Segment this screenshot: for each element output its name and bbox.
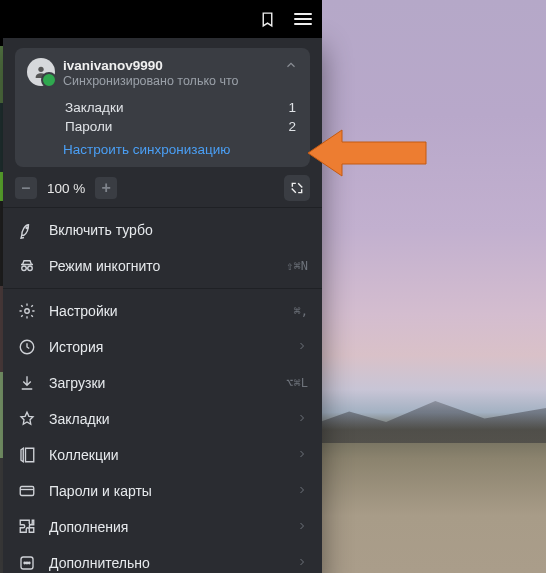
svg-marker-11 [308, 130, 426, 176]
fullscreen-icon [290, 181, 304, 195]
incognito-icon [17, 256, 37, 276]
bookmark-outline-icon[interactable] [258, 10, 276, 28]
gear-icon [17, 301, 37, 321]
download-icon [17, 373, 37, 393]
menu-label: Настройки [49, 303, 282, 319]
menu-label: Пароли и карты [49, 483, 284, 499]
svg-point-3 [28, 266, 33, 271]
sync-row-passwords[interactable]: Пароли 2 [63, 117, 298, 136]
separator [3, 288, 322, 289]
rocket-icon [17, 220, 37, 240]
sync-row-value: 2 [288, 119, 296, 134]
menu-label: Режим инкогнито [49, 258, 274, 274]
shortcut-hint: ⌥⌘L [286, 376, 308, 390]
menu-icon[interactable] [294, 13, 312, 25]
svg-point-10 [29, 562, 31, 564]
menu-label: Закладки [49, 411, 284, 427]
main-menu-panel: ivanivanov9990 Синхронизировано только ч… [3, 38, 322, 573]
chevron-right-icon [296, 484, 308, 499]
menu-downloads[interactable]: Загрузки ⌥⌘L [3, 365, 322, 401]
svg-point-0 [38, 67, 43, 72]
chevron-right-icon [296, 520, 308, 535]
menu-label: Дополнения [49, 519, 284, 535]
menu-history[interactable]: История [3, 329, 322, 365]
chevron-right-icon [296, 448, 308, 463]
annotation-arrow [308, 118, 438, 188]
chevron-right-icon [296, 412, 308, 427]
history-icon [17, 337, 37, 357]
collections-icon [17, 445, 37, 465]
sync-row-label: Закладки [65, 100, 123, 115]
zoom-value: 100 % [43, 181, 89, 196]
menu-settings[interactable]: Настройки ⌘, [3, 293, 322, 329]
card-key-icon [17, 481, 37, 501]
menu-turbo[interactable]: Включить турбо [3, 212, 322, 248]
menu-more[interactable]: Дополнительно [3, 545, 322, 573]
svg-rect-6 [20, 487, 34, 496]
shortcut-hint: ⇧⌘N [286, 259, 308, 273]
svg-point-4 [25, 309, 30, 314]
menu-label: Включить турбо [49, 222, 308, 238]
svg-point-9 [26, 562, 28, 564]
chevron-right-icon [296, 340, 308, 355]
more-icon [17, 553, 37, 573]
avatar[interactable] [27, 58, 55, 86]
menu-bookmarks[interactable]: Закладки [3, 401, 322, 437]
sync-status: Синхронизировано только что [63, 74, 276, 88]
zoom-in-button[interactable]: + [95, 177, 117, 199]
menu-passwords-cards[interactable]: Пароли и карты [3, 473, 322, 509]
chevron-up-icon[interactable] [284, 58, 298, 75]
puzzle-icon [17, 517, 37, 537]
menu-collections[interactable]: Коллекции [3, 437, 322, 473]
fullscreen-button[interactable] [284, 175, 310, 201]
sync-row-value: 1 [288, 100, 296, 115]
zoom-out-button[interactable]: – [15, 177, 37, 199]
configure-sync-link[interactable]: Настроить синхронизацию [63, 142, 230, 157]
window-toolbar [3, 0, 322, 38]
sync-row-label: Пароли [65, 119, 112, 134]
menu-label: Дополнительно [49, 555, 284, 571]
menu-incognito[interactable]: Режим инкогнито ⇧⌘N [3, 248, 322, 284]
svg-point-2 [22, 266, 27, 271]
separator [3, 207, 322, 208]
menu-label: Загрузки [49, 375, 274, 391]
svg-point-8 [24, 562, 26, 564]
zoom-row: – 100 % + [15, 175, 310, 201]
chevron-right-icon [296, 556, 308, 571]
sync-card: ivanivanov9990 Синхронизировано только ч… [15, 48, 310, 167]
shortcut-hint: ⌘, [294, 304, 308, 318]
sync-row-bookmarks[interactable]: Закладки 1 [63, 98, 298, 117]
username: ivanivanov9990 [63, 58, 276, 73]
star-icon [17, 409, 37, 429]
svg-point-1 [26, 227, 28, 229]
menu-label: История [49, 339, 284, 355]
menu-addons[interactable]: Дополнения [3, 509, 322, 545]
menu-label: Коллекции [49, 447, 284, 463]
